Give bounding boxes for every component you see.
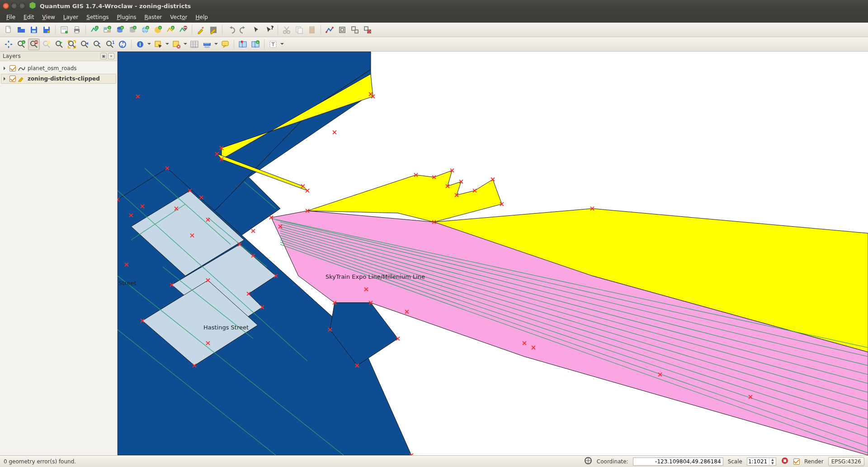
svg-point-9 [65,31,68,33]
menu-settings[interactable]: Settings [83,13,112,21]
zoom-last-button[interactable] [79,38,90,50]
window-title: Quantum GIS 1.7.4-Wroclaw - zoning-distr… [40,3,191,10]
window-close-button[interactable] [3,3,9,9]
bookmarks-button[interactable] [237,38,249,50]
new-vector-layer-button[interactable]: + [165,24,176,36]
new-project-button[interactable] [3,24,14,36]
map-canvas[interactable]: SkyTrain Expo Line/Millenium Line Hastin… [118,52,868,455]
svg-rect-4 [32,30,36,33]
cut-button[interactable] [281,24,292,36]
attribute-table-button[interactable] [189,38,200,50]
identify-button[interactable]: i [134,38,146,50]
layer-row-zoning-districts[interactable]: zoning-districts-clipped [1,74,116,84]
select-dropdown[interactable] [165,42,170,47]
remove-layer-button[interactable] [177,24,189,36]
select-button[interactable] [152,38,164,50]
layers-tree[interactable]: planet_osm_roads zoning-districts-clippe… [0,61,117,455]
pointer-button[interactable] [250,24,262,36]
add-wms-layer-button[interactable]: + [139,24,151,36]
svg-text:mm: mm [204,45,210,48]
save-project-button[interactable] [28,24,40,36]
zoom-in-button[interactable]: + [15,38,27,50]
map-tips-button[interactable] [219,38,231,50]
deselect-button[interactable] [170,38,182,50]
scale-up-button[interactable]: ▲ [769,458,776,462]
menu-vector[interactable]: Vector [166,13,191,21]
zoom-layer-button[interactable] [53,38,65,50]
identify-dropdown[interactable] [147,42,151,47]
layer-row-planet-osm-roads[interactable]: planet_osm_roads [1,63,116,73]
stop-render-icon[interactable] [781,457,789,466]
layer-expand-icon[interactable] [3,76,8,81]
toggle-editing-button[interactable] [195,24,207,36]
save-project-as-button[interactable] [41,24,52,36]
menu-help[interactable]: Help [192,13,212,21]
coordinate-input[interactable] [633,457,723,466]
zoom-native-button[interactable]: 1:1 [104,38,116,50]
render-label: Render [804,458,824,465]
measure-button[interactable]: mm [201,38,213,50]
svg-rect-16 [104,28,107,30]
scale-input[interactable] [747,458,769,465]
save-edits-button[interactable] [208,24,219,36]
menu-plugins[interactable]: Plugins [113,13,140,21]
layer-type-line-icon [18,65,26,71]
add-spatialite-layer-button[interactable]: + [127,24,138,36]
add-vector-layer-button[interactable]: + [89,24,100,36]
copy-button[interactable] [293,24,305,36]
zoom-selection-button[interactable] [41,38,52,50]
zoom-next-button[interactable] [91,38,103,50]
add-raster-layer-button[interactable]: + [101,24,113,36]
menu-view[interactable]: View [38,13,58,21]
menu-layer[interactable]: Layer [60,13,82,21]
panel-undock-button[interactable]: ▣ [100,53,107,59]
layer-visibility-checkbox[interactable] [9,65,16,71]
svg-rect-17 [107,30,110,32]
add-wfs-layer-button[interactable]: + [152,24,164,36]
render-checkbox[interactable] [793,458,800,465]
window-maximize-button[interactable] [19,3,25,9]
add-part-button[interactable] [349,24,361,36]
toggle-extents-icon[interactable] [584,457,592,466]
svg-point-46 [332,27,334,29]
svg-text:+: + [146,26,149,30]
delete-ring-button[interactable] [362,24,373,36]
whats-this-button[interactable]: ? [263,24,275,36]
measure-dropdown[interactable] [214,42,218,47]
crs-button[interactable]: EPSG:4326 [828,457,864,466]
svg-rect-42 [298,28,302,33]
statusbar: 0 geometry error(s) found. Coordinate: S… [0,455,868,467]
svg-rect-36 [202,26,204,29]
redo-button[interactable] [238,24,250,36]
add-ring-button[interactable] [336,24,348,36]
menu-file[interactable]: File [3,13,19,21]
svg-text:+: + [121,26,123,30]
map-svg [118,52,868,455]
text-annotation-button[interactable]: T [267,38,279,50]
composer-button[interactable] [58,24,70,36]
zoom-full-button[interactable] [66,38,78,50]
svg-rect-44 [311,26,313,28]
print-button[interactable] [71,24,83,36]
panel-close-button[interactable]: × [108,53,114,59]
simplify-button[interactable] [324,24,335,36]
scale-down-button[interactable]: ▼ [769,462,776,465]
new-bookmark-button[interactable]: + [250,38,261,50]
deselect-dropdown[interactable] [183,42,188,47]
paste-button[interactable] [306,24,318,36]
refresh-button[interactable] [117,38,128,50]
window-minimize-button[interactable] [11,3,17,9]
open-project-button[interactable] [15,24,27,36]
layer-expand-icon[interactable] [3,66,8,71]
layers-panel-header: Layers ▣ × [0,52,117,61]
add-postgis-layer-button[interactable]: + [114,24,126,36]
undo-button[interactable] [225,24,237,36]
layer-visibility-checkbox[interactable] [9,76,16,82]
layers-panel-title: Layers [3,53,21,59]
menu-raster[interactable]: Raster [141,13,166,21]
pan-button[interactable] [3,38,14,50]
menu-edit[interactable]: Edit [20,13,38,21]
zoom-out-button[interactable] [28,38,40,50]
svg-rect-11 [75,27,79,29]
annotation-dropdown[interactable] [280,42,284,47]
